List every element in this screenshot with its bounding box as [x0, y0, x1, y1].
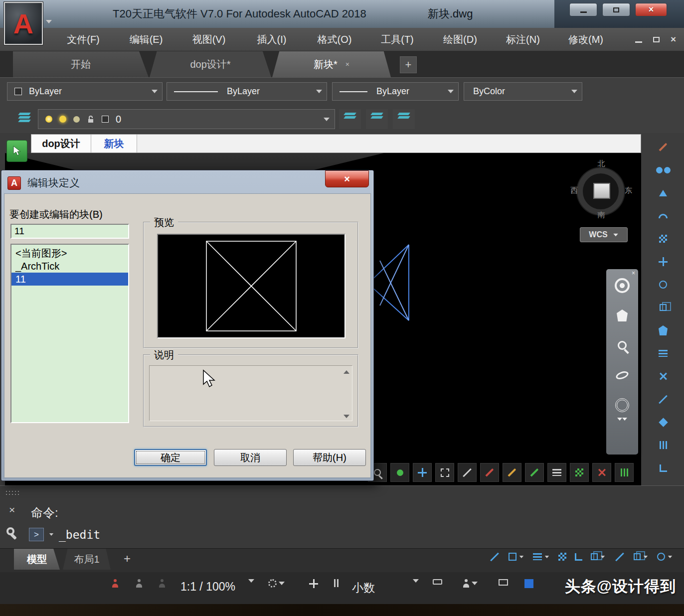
isolate-toggle[interactable]	[657, 553, 673, 561]
osnap-toggle[interactable]	[509, 553, 524, 561]
chevron-down-icon[interactable]	[519, 556, 523, 558]
brush-button[interactable]	[652, 137, 675, 157]
stretch-button[interactable]	[458, 463, 477, 482]
menu-view[interactable]: 视图(V)	[177, 33, 240, 46]
doc-restore-icon[interactable]	[653, 37, 660, 42]
tab-start[interactable]: 开始	[13, 51, 149, 77]
polar-tracking-toggle[interactable]	[489, 556, 500, 558]
color-dropdown[interactable]: ByLayer	[7, 82, 163, 101]
spheres-button[interactable]	[652, 160, 675, 180]
annotation-scale-toggle[interactable]	[614, 556, 625, 558]
crosshair-size-button[interactable]	[309, 579, 318, 588]
compass-north-label[interactable]: 北	[598, 159, 605, 168]
layer-dropdown[interactable]: 0	[38, 109, 335, 129]
tab-model[interactable]: 模型	[14, 549, 60, 570]
settings-button[interactable]	[268, 579, 285, 588]
menu-modify[interactable]: 修改(M)	[554, 33, 617, 46]
linetype-dropdown[interactable]: ByLayer	[167, 82, 327, 101]
command-input-row[interactable]: > _bedit	[29, 528, 100, 541]
cancel-button[interactable]: 取消	[214, 449, 287, 466]
drawing-tab-new-block[interactable]: 新块	[91, 135, 137, 153]
chevron-down-icon[interactable]	[601, 556, 605, 558]
units-icon-button[interactable]	[334, 579, 339, 587]
sketch-button[interactable]	[480, 463, 499, 482]
scroll-down-icon[interactable]	[343, 415, 349, 418]
command-close-icon[interactable]: ×	[9, 504, 15, 516]
match-button[interactable]	[503, 463, 521, 482]
table-button[interactable]	[570, 463, 589, 482]
list-item-archtick[interactable]: _ArchTick	[11, 260, 128, 273]
layer-viewport-freeze-icon[interactable]	[73, 116, 80, 123]
drawing-tab-dop[interactable]: dop设计	[31, 135, 91, 153]
annotation-auto-toggle[interactable]	[136, 579, 143, 588]
layer-properties-button[interactable]	[13, 109, 36, 129]
doc-close-icon[interactable]: ×	[671, 34, 676, 45]
tab-layout1[interactable]: 布局1	[63, 549, 111, 570]
list-tool-button[interactable]	[652, 435, 675, 455]
command-input-value[interactable]: _bedit	[59, 528, 100, 541]
compass-cube-icon[interactable]	[593, 183, 610, 199]
layer-color-swatch[interactable]	[102, 116, 109, 123]
list-item-11[interactable]: 11	[11, 273, 128, 286]
menu-edit[interactable]: 编辑(E)	[115, 33, 177, 46]
app-menu-caret-icon[interactable]	[46, 20, 52, 23]
menu-tools[interactable]: 工具(T)	[366, 33, 429, 46]
units-dropdown-button[interactable]	[413, 579, 419, 583]
close-button[interactable]: ×	[635, 3, 667, 16]
pan-button[interactable]	[611, 302, 634, 329]
scale-dropdown-button[interactable]	[248, 579, 254, 583]
crosshair-button[interactable]	[413, 463, 432, 482]
add-layout-button[interactable]: +	[124, 552, 131, 566]
chevron-down-icon[interactable]	[545, 556, 549, 558]
delete-marker-button[interactable]	[592, 463, 611, 482]
app-menu-button[interactable]: A	[4, 2, 43, 45]
menu-draw[interactable]: 绘图(D)	[429, 33, 492, 46]
chevron-down-icon[interactable]	[668, 556, 672, 558]
menu-dimension[interactable]: 标注(N)	[492, 33, 554, 46]
wrench-icon[interactable]	[6, 527, 20, 541]
plot-button[interactable]	[433, 579, 442, 585]
3d-workspace-toggle[interactable]	[634, 553, 649, 560]
ok-button[interactable]: 确定	[134, 449, 207, 466]
measure-button[interactable]	[652, 389, 675, 409]
chevron-down-icon[interactable]	[279, 582, 285, 585]
compass-east-label[interactable]: 东	[625, 186, 632, 195]
navbar-more-button[interactable]	[617, 421, 627, 430]
show-motion-button[interactable]	[611, 392, 634, 419]
lineweight-dropdown[interactable]: ByLayer	[332, 82, 459, 101]
pan-tool-button[interactable]	[652, 320, 675, 340]
chevron-down-icon[interactable]	[472, 582, 478, 585]
scroll-up-icon[interactable]	[343, 370, 349, 374]
chevron-down-icon[interactable]	[49, 533, 53, 536]
selection-window-button[interactable]	[435, 463, 454, 482]
tab-dop-design[interactable]: dop设计*	[150, 51, 271, 77]
clean-screen-button[interactable]	[524, 579, 533, 588]
move-button[interactable]	[652, 252, 675, 272]
workspace-toggle[interactable]	[591, 553, 606, 560]
help-button[interactable]: 帮助(H)	[293, 449, 366, 466]
navbar-close-icon[interactable]: ×	[632, 270, 635, 277]
list-button[interactable]	[615, 463, 634, 482]
point-marker-button[interactable]	[390, 463, 409, 482]
viewport-scale[interactable]: 1:1 / 100%	[180, 580, 235, 594]
layer-unlock-icon[interactable]	[87, 115, 95, 123]
minimize-button[interactable]	[569, 3, 597, 16]
dialog-close-button[interactable]: ×	[325, 170, 369, 187]
layer-states-button[interactable]	[393, 109, 415, 129]
block-name-input[interactable]: 11	[10, 224, 129, 239]
compass-south-label[interactable]: 南	[598, 210, 605, 220]
annotation-monitor-toggle[interactable]	[112, 579, 119, 588]
menu-format[interactable]: 格式(O)	[303, 33, 366, 46]
zoom-button[interactable]	[611, 332, 634, 359]
plotstyle-dropdown[interactable]: ByColor	[464, 82, 582, 101]
rotate-button[interactable]	[652, 275, 675, 295]
steering-wheel-button[interactable]	[611, 272, 634, 299]
user-button[interactable]	[463, 579, 478, 588]
doc-minimize-icon[interactable]	[635, 41, 642, 43]
tab-new-block[interactable]: 新块* ×	[272, 51, 391, 77]
ucs-toggle[interactable]	[575, 553, 582, 561]
menu-file[interactable]: 文件(F)	[52, 33, 115, 46]
erase-button[interactable]	[652, 366, 675, 386]
linetype-tool-button[interactable]	[652, 343, 675, 363]
dop-panel-toggle[interactable]	[6, 140, 27, 162]
